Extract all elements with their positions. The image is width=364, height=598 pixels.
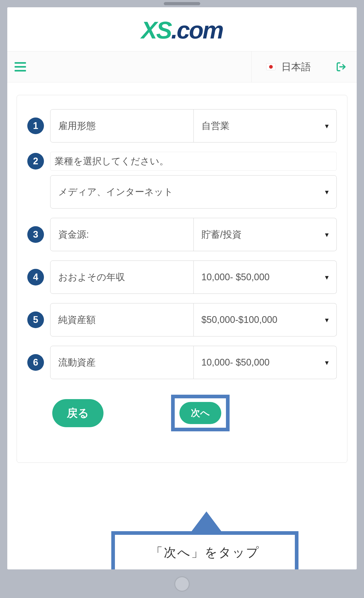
chevron-down-icon: ▾ bbox=[325, 316, 329, 324]
step-badge: 6 bbox=[27, 354, 44, 371]
field-label-liquid-assets: 流動資産 bbox=[50, 346, 194, 379]
field-label-industry: 業種を選択してください。 bbox=[50, 152, 337, 171]
topbar-right bbox=[326, 51, 357, 82]
step-badge: 3 bbox=[27, 226, 44, 243]
form-row: 4 おおよその年収 10,000- $50,000 ▾ bbox=[27, 261, 337, 294]
field-label-net-worth: 純資産額 bbox=[50, 303, 194, 336]
step-badge: 2 bbox=[27, 153, 44, 170]
form-row: 2 業種を選択してください。 bbox=[27, 152, 337, 171]
brand-logo: XS.com bbox=[141, 17, 223, 44]
back-button[interactable]: 戻る bbox=[52, 399, 103, 427]
form-row: 3 資金源: 貯蓄/投資 ▾ bbox=[27, 218, 337, 251]
form-card: 1 雇用形態 自営業 ▾ 2 業種を選択してください。 メディア、インタ bbox=[17, 95, 347, 463]
select-annual-income[interactable]: 10,000- $50,000 ▾ bbox=[194, 261, 337, 294]
button-row: 戻る 次へ bbox=[27, 395, 337, 431]
select-liquid-assets[interactable]: 10,000- $50,000 ▾ bbox=[194, 346, 337, 379]
form-row: 5 純資産額 $50,000-$100,000 ▾ bbox=[27, 303, 337, 336]
next-button[interactable]: 次へ bbox=[179, 402, 221, 424]
field-pair: 資金源: 貯蓄/投資 ▾ bbox=[50, 218, 337, 251]
chevron-down-icon: ▾ bbox=[325, 273, 329, 282]
field-pair: おおよその年収 10,000- $50,000 ▾ bbox=[50, 261, 337, 294]
topbar: 日本語 bbox=[7, 51, 357, 82]
field-label-funds-source: 資金源: bbox=[50, 218, 194, 251]
select-value: 10,000- $50,000 bbox=[202, 272, 270, 283]
step-badge: 1 bbox=[27, 118, 44, 134]
select-value: 10,000- $50,000 bbox=[202, 357, 270, 368]
field-pair: 流動資産 10,000- $50,000 ▾ bbox=[50, 346, 337, 379]
content-area: 1 雇用形態 自営業 ▾ 2 業種を選択してください。 メディア、インタ bbox=[7, 82, 357, 569]
form-row: 6 流動資産 10,000- $50,000 ▾ bbox=[27, 346, 337, 379]
flag-jp-icon bbox=[266, 63, 276, 70]
tablet-frame: XS.com 日本語 bbox=[0, 0, 364, 598]
logo-part-dotcom: .com bbox=[171, 17, 223, 44]
field-label-annual-income: おおよその年収 bbox=[50, 261, 194, 294]
tablet-notch bbox=[164, 2, 200, 5]
form-row: 1 雇用形態 自営業 ▾ bbox=[27, 109, 337, 142]
select-funds-source[interactable]: 貯蓄/投資 ▾ bbox=[194, 218, 337, 251]
logo-row: XS.com bbox=[7, 7, 357, 51]
callout-arrow-icon bbox=[191, 511, 222, 532]
topbar-left bbox=[7, 51, 251, 82]
select-value: 自営業 bbox=[202, 120, 230, 132]
select-net-worth[interactable]: $50,000-$100,000 ▾ bbox=[194, 303, 337, 336]
menu-icon[interactable] bbox=[15, 62, 26, 72]
select-value: 貯蓄/投資 bbox=[202, 228, 242, 241]
step-badge: 5 bbox=[27, 311, 44, 328]
select-employment[interactable]: 自営業 ▾ bbox=[194, 109, 337, 142]
app-screen: XS.com 日本語 bbox=[7, 7, 357, 569]
field-label-employment: 雇用形態 bbox=[50, 109, 194, 142]
language-label: 日本語 bbox=[281, 60, 311, 74]
chevron-down-icon: ▾ bbox=[325, 230, 329, 239]
select-industry[interactable]: メディア、インターネット ▾ bbox=[50, 175, 337, 209]
callout-box: 「次へ」をタップ bbox=[111, 531, 298, 569]
chevron-down-icon: ▾ bbox=[325, 122, 329, 130]
select-value: $50,000-$100,000 bbox=[202, 314, 277, 325]
field-pair: 雇用形態 自営業 ▾ bbox=[50, 109, 337, 142]
step-badge: 4 bbox=[27, 269, 44, 285]
chevron-down-icon: ▾ bbox=[325, 358, 329, 367]
next-highlight-frame: 次へ bbox=[171, 395, 230, 431]
field-pair: 純資産額 $50,000-$100,000 ▾ bbox=[50, 303, 337, 336]
language-selector[interactable]: 日本語 bbox=[251, 51, 326, 82]
logo-part-xs: XS bbox=[141, 17, 171, 44]
chevron-down-icon: ▾ bbox=[325, 188, 329, 196]
tablet-home-button[interactable] bbox=[174, 576, 190, 592]
select-value: メディア、インターネット bbox=[58, 186, 173, 198]
callout-text: 「次へ」をタップ bbox=[150, 545, 260, 559]
logout-icon[interactable] bbox=[336, 62, 346, 72]
